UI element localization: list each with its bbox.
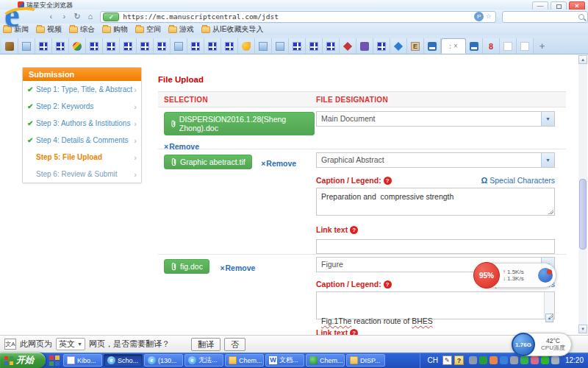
tab-close-icon[interactable]: × [453,42,458,50]
caption-textarea[interactable]: Fig.1The reaction route of BHES FIG. 2. … [316,291,555,319]
taskbar-task-button[interactable]: Kibo... [63,354,102,367]
tab[interactable] [103,38,120,54]
reader-mode-icon[interactable]: P [474,12,484,21]
tray-icon[interactable] [551,356,559,364]
help-icon[interactable]: ? [384,177,392,185]
tab[interactable] [69,38,86,54]
page-scrollbar[interactable]: ▲ ▼ [578,55,587,333]
tab[interactable] [356,38,373,54]
favorite-star-icon[interactable]: ☆ [484,12,493,21]
tray-icon[interactable] [541,356,549,364]
tab[interactable] [86,38,103,54]
remove-link[interactable]: ×Remove [261,159,296,168]
search-icon[interactable] [578,14,584,20]
tab[interactable] [238,38,255,54]
tray-icon[interactable] [520,356,528,364]
tab[interactable] [390,38,407,54]
taskbar-task-button[interactable]: W文档... [265,354,304,367]
memory-badge[interactable]: 1.76G [512,333,535,356]
forward-button[interactable]: › [59,11,70,22]
file-button[interactable]: fig.doc [164,259,209,274]
language-indicator[interactable]: CH [428,356,438,364]
tray-icon[interactable] [531,356,539,364]
keyboard-icon[interactable]: ✎ [442,355,452,365]
tab[interactable]: E [407,38,424,54]
chevron-down-icon[interactable]: ▼ [541,153,554,167]
tab[interactable] [154,38,171,54]
tab[interactable] [35,38,52,54]
tab[interactable] [517,38,534,54]
tab[interactable] [306,38,323,54]
no-button[interactable]: 否 [224,338,245,351]
tray-icon[interactable] [469,356,477,364]
new-tab-button[interactable]: + [534,38,551,54]
scroll-down-icon[interactable]: ▼ [578,325,587,333]
home-button[interactable]: ⌂ [85,11,96,22]
tab[interactable] [424,38,441,54]
special-characters-link[interactable]: ΩSpecial Characters [481,176,555,185]
language-select[interactable]: 英文▼ [56,338,85,350]
tab[interactable] [255,38,272,54]
tab[interactable] [466,38,483,54]
bookmark-folder[interactable]: 空间 [135,24,161,35]
tab[interactable] [221,38,238,54]
file-button[interactable]: DISPERSION2016.1.28(Sheng Zhong).doc [164,112,315,135]
remove-link[interactable]: ×Remove [220,263,255,272]
start-button[interactable]: 开始 [0,353,46,368]
link-text-input[interactable] [316,239,555,254]
sidebar-item-step6[interactable]: Step 6: Review & Submit› [23,166,141,183]
address-bar[interactable]: ✓ https://mc.manuscriptcentral.com/jdst … [100,11,496,23]
bookmark-folder[interactable]: 购物 [102,24,128,35]
search-box[interactable] [502,11,588,23]
tray-icon[interactable] [510,356,518,364]
resize-grip[interactable] [548,313,553,318]
taskbar-task-button[interactable]: Chem... [225,354,264,367]
tab[interactable] [340,38,356,54]
back-button[interactable]: ‹ [46,11,57,22]
tray-icon[interactable] [490,356,498,364]
tray-icon[interactable] [479,356,487,364]
scrollbar-thumb[interactable] [579,179,587,250]
memory-percent-badge[interactable]: 95% [473,262,500,289]
tab[interactable] [1,38,18,54]
system-monitor-widget[interactable]: 1.76G 42°C CPU温度 [512,333,572,356]
designation-select[interactable]: Main Document ▼ [316,111,555,127]
caption-textarea[interactable]: Preparation and compressive strength [316,188,555,216]
sidebar-item-step4[interactable]: ✔Step 4: Details & Comments› [23,132,141,149]
accelerator-ball-icon[interactable] [538,268,553,283]
tab[interactable] [323,38,340,54]
sidebar-item-step2[interactable]: ✔Step 2: Keywords› [23,98,141,115]
tab[interactable] [52,38,69,54]
scroll-up-icon[interactable]: ▲ [578,55,587,64]
tab[interactable] [373,38,390,54]
chevron-down-icon[interactable]: ▼ [541,112,554,126]
network-speed-widget[interactable]: 95% ↑1.5K/s ↓1.3K/s [474,263,556,288]
bookmark-folder[interactable]: 从IE收藏夹导入 [201,24,263,35]
tab[interactable] [137,38,154,54]
ime-help-icon[interactable]: ? [454,355,464,365]
tray-icon[interactable] [500,356,508,364]
tab[interactable] [120,38,137,54]
tab[interactable] [289,38,306,54]
bookmark-folder[interactable]: 综合 [69,24,95,35]
url-text[interactable]: https://mc.manuscriptcentral.com/jdst [123,13,474,21]
tab[interactable] [272,38,289,54]
taskbar-task-button[interactable]: DISP... [346,354,385,367]
tab[interactable] [187,38,204,54]
translate-button[interactable]: 翻译 [191,338,220,351]
taskbar-task-button[interactable]: Chem... [306,354,345,367]
sidebar-item-step1[interactable]: ✔Step 1: Type, Title, & Abstract› [23,81,141,98]
tab[interactable]: 8 [483,38,500,54]
tab[interactable] [500,38,517,54]
taskbar-task-button[interactable]: eScho... [104,354,143,367]
tab-active[interactable]: :× [441,38,466,54]
designation-select[interactable]: Graphical Abstract ▼ [316,152,555,168]
help-icon[interactable]: ? [384,280,392,289]
taskbar-task-button[interactable]: e(130... [144,354,183,367]
help-icon[interactable]: ? [350,226,358,234]
tab[interactable] [204,38,221,54]
tab[interactable] [171,38,187,54]
sidebar-item-step3[interactable]: ✔Step 3: Authors & Institutions› [23,115,141,132]
tab[interactable] [18,38,35,54]
refresh-button[interactable]: ↻ [72,11,83,22]
